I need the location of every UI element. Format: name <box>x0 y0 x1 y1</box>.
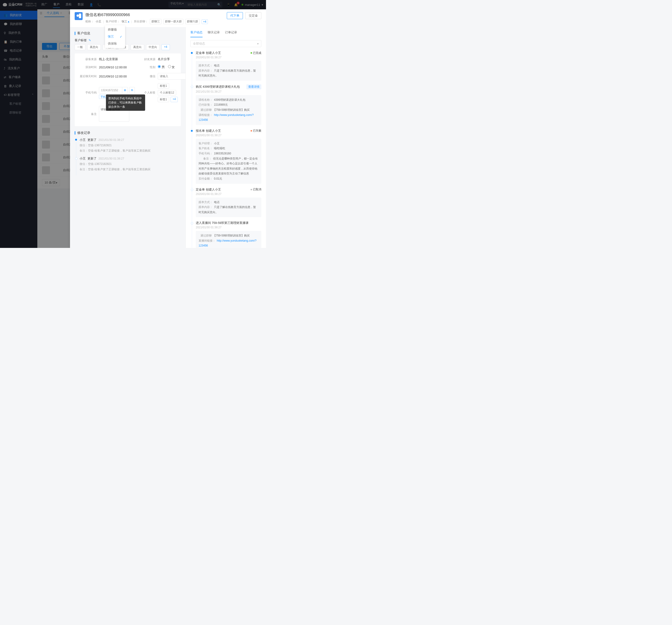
label-personal-tags: 个人标签 <box>137 91 155 95</box>
edit-icon[interactable]: ✎ <box>89 39 91 42</box>
right-tabs: 客户动态 聊天记录 订单记录 <box>186 27 266 37</box>
personal-tag[interactable]: 标签1 <box>158 83 169 89</box>
wechat-input[interactable] <box>158 73 186 79</box>
label-phone: 手机号码 <box>78 91 97 95</box>
info-card: 获客来源 线上-北京昱新 好友来源 名片分享 添加时间 2021/09/10 1… <box>75 53 181 126</box>
radio-male[interactable]: 男 <box>158 65 165 69</box>
rtab-activity[interactable]: 客户动态 <box>190 30 202 37</box>
dropdown-option[interactable]: 俱保咏 <box>105 40 125 47</box>
group-chip-more[interactable]: +4 <box>201 19 208 24</box>
gender-radio-group: 男 女 <box>158 65 186 69</box>
activity-filter-select[interactable]: 全部动态▾ <box>190 40 261 47</box>
phone-input[interactable] <box>99 87 122 93</box>
manager-dropdown: 师馨薇 张三✓ 俱保咏 <box>105 25 125 48</box>
customer-icon <box>75 12 82 20</box>
panel-header: 微信名称6789990000966 昵称：小王 | 客户经理：张三 ▴ | 所在… <box>70 9 266 27</box>
personal-tags: 标签1 个人标签12 标签1 +4 <box>158 83 186 102</box>
copy-icon[interactable]: ⧉ <box>129 87 135 94</box>
activity-timeline: 定金单 创建人小王已完成2020/01/30 01:38:27跟单方式：电话跟单… <box>186 50 266 248</box>
dropdown-option[interactable]: 师馨薇 <box>105 26 125 33</box>
label-add-time: 添加时间 <box>78 65 97 69</box>
customer-tags: 一般高意向中意向一般高意向中意向+4 <box>75 44 181 50</box>
label-gender: 性别 <box>137 65 155 69</box>
panel-title: 微信名称6789990000966 <box>86 12 208 18</box>
history-item: 小王更新了2021/01/30 01:38:27微信：空值-1367218282… <box>76 156 181 175</box>
timeline-item: 定金单 创建人小王已完成2020/01/30 01:38:27跟单方式：电话跟单… <box>192 51 261 84</box>
manager-dropdown-trigger[interactable]: 张三 ▴ <box>122 20 129 24</box>
timeline-item: 定金单 创建人小王已取消2020/01/30 01:38:27跟单方式：电话跟单… <box>192 188 261 221</box>
value-source: 线上-北京昱新 <box>99 57 135 61</box>
timeline-item: 进入直播间 759-59班第三期理财直播课2021/01/30 01:38:27… <box>192 221 261 248</box>
rtab-chat[interactable]: 聊天记录 <box>208 30 220 37</box>
deposit-button[interactable]: 交定金 <box>245 12 261 19</box>
detail-panel: 微信名称6789990000966 昵称：小王 | 客户经理：张三 ▴ | 所在… <box>70 9 266 248</box>
section-customer-info: 客户信息 <box>75 31 181 35</box>
rtab-orders[interactable]: 订单记录 <box>225 30 237 37</box>
customer-tag-more[interactable]: +4 <box>162 44 170 50</box>
customer-tag[interactable]: 一般 <box>75 44 86 50</box>
value-add-time: 2021/09/10 12:00:00 <box>99 66 135 69</box>
personal-tag[interactable]: 个人标签12 <box>158 90 176 95</box>
detail-link[interactable]: 查看详情 <box>246 84 261 89</box>
label-last-chat: 最近聊天时间 <box>78 74 97 78</box>
group-chip[interactable]: 群聊三 <box>150 19 162 24</box>
label-wechat: 微信 <box>137 74 155 78</box>
personal-tag[interactable]: 标签1 <box>158 97 169 102</box>
chevron-up-icon: ▴ <box>128 20 129 23</box>
history-item: 小王更新了2021/01/30 01:38:27微信：空值-1367218282… <box>76 138 181 156</box>
value-friend-source: 名片分享 <box>158 57 186 61</box>
phone-tooltip: 查询到此手机号码在系统中已存在，可以将两条客户数据合并为一条 <box>106 95 145 111</box>
group-chip[interactable]: 群聊六群 <box>185 19 200 24</box>
panel-right-column: 客户动态 聊天记录 订单记录 全部动态▾ 定金单 创建人小王已完成2020/01… <box>186 27 266 248</box>
section-history: 修改记录 <box>75 131 181 135</box>
customer-tags-label: 客户标签 ✎ <box>75 38 181 43</box>
radio-female[interactable]: 女 <box>168 65 175 69</box>
proxy-order-button[interactable]: 代下单 <box>227 12 243 19</box>
value-last-chat: 2021/09/10 12:00:00 <box>99 75 135 78</box>
check-icon: ✓ <box>120 35 122 39</box>
phone-lookup-icon[interactable]: ⊞ <box>122 87 128 93</box>
chevron-down-icon: ▾ <box>257 42 259 46</box>
personal-tag-more[interactable]: +4 <box>171 97 178 102</box>
timeline-item: 报名单 创建人小王已失败2020/01/30 01:38:27客户经理：小王客户… <box>192 129 261 188</box>
phone-input-wrap: ⊞ <box>99 87 128 94</box>
customer-tag[interactable]: 高意向 <box>87 44 101 50</box>
timeline-item: 购买 4399理财课进阶课程大礼包查看详情2021/01/30 01:38:27… <box>192 84 261 129</box>
dropdown-option[interactable]: 张三✓ <box>105 33 125 40</box>
label-remark: 备注 <box>78 112 97 116</box>
panel-left-column: 客户信息 客户标签 ✎ 一般高意向中意向一般高意向中意向+4 获客来源 线上-北… <box>70 27 186 248</box>
label-source: 获客来源 <box>78 57 97 61</box>
label-friend-source: 好友来源 <box>137 57 155 61</box>
customer-tag[interactable]: 高意向 <box>131 44 144 50</box>
group-chip[interactable]: 群聊一群大群 <box>163 19 184 24</box>
panel-meta: 昵称：小王 | 客户经理：张三 ▴ | 所在群聊： 群聊三 群聊一群大群 群聊六… <box>86 19 208 24</box>
customer-tag[interactable]: 中意向 <box>146 44 160 50</box>
